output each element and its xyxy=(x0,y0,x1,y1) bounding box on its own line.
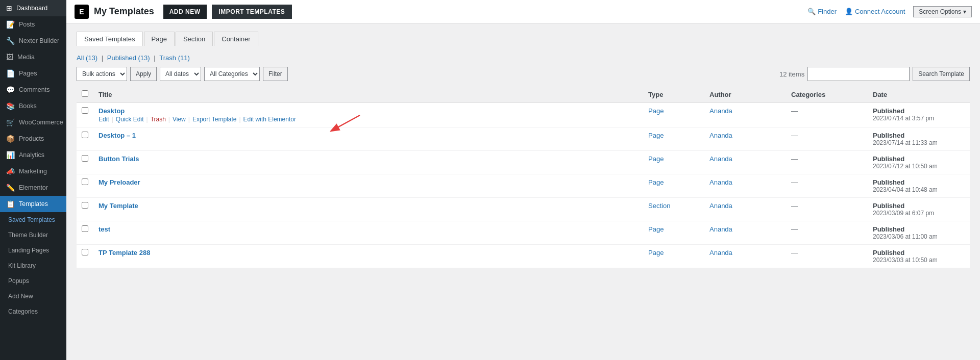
filter-published-link[interactable]: Published (13) xyxy=(107,54,150,62)
col-header-date[interactable]: Date xyxy=(868,86,970,103)
template-author-link[interactable]: Ananda xyxy=(709,155,732,163)
row-checkbox[interactable] xyxy=(82,202,88,209)
screen-options-button[interactable]: Screen Options ▾ xyxy=(913,6,972,17)
template-title-link[interactable]: My Template xyxy=(99,202,138,210)
template-title-link[interactable]: Desktop xyxy=(99,107,125,115)
row-action-edit-with-elementor[interactable]: Edit with Elementor xyxy=(243,116,296,123)
sidebar-subitem-popups[interactable]: Popups xyxy=(0,273,66,289)
connect-account-link[interactable]: 👤 Connect Account xyxy=(845,8,905,15)
template-title-link[interactable]: TP Template 288 xyxy=(99,249,150,256)
sidebar-item-books[interactable]: 📚 Books xyxy=(0,98,66,114)
col-header-author[interactable]: Author xyxy=(704,86,786,103)
table-row: My TemplateSectionAnanda—Published2023/0… xyxy=(77,198,970,221)
categories-filter-select[interactable]: All Categories xyxy=(204,67,260,81)
sidebar-subitem-theme-builder[interactable]: Theme Builder xyxy=(0,227,66,243)
sidebar-item-media[interactable]: 🖼 Media xyxy=(0,49,66,65)
template-type-link[interactable]: Page xyxy=(648,178,664,186)
template-author-link[interactable]: Ananda xyxy=(709,249,732,256)
template-title-link[interactable]: Desktop – 1 xyxy=(99,132,136,139)
template-type-link[interactable]: Page xyxy=(648,132,664,139)
sidebar: ⊞ Dashboard 📝 Posts 🔧 Nexter Builder 🖼 M… xyxy=(0,0,66,360)
col-header-categories[interactable]: Categories xyxy=(786,86,868,103)
sidebar-subitem-landing-pages[interactable]: Landing Pages xyxy=(0,243,66,258)
apply-button[interactable]: Apply xyxy=(130,67,157,81)
template-type-link[interactable]: Page xyxy=(648,249,664,256)
sidebar-item-marketing[interactable]: 📣 Marketing xyxy=(0,163,66,179)
sidebar-subitem-label: Saved Templates xyxy=(8,216,55,223)
sidebar-item-posts[interactable]: 📝 Posts xyxy=(0,16,66,33)
topbar-right: 🔍 Finder 👤 Connect Account Screen Option… xyxy=(807,6,972,17)
row-action-trash[interactable]: Trash xyxy=(151,116,166,123)
row-action-export-template[interactable]: Export Template xyxy=(192,116,237,123)
template-author-link[interactable]: Ananda xyxy=(709,178,732,186)
row-checkbox[interactable] xyxy=(82,132,88,138)
tab-saved-templates[interactable]: Saved Templates xyxy=(77,32,143,46)
template-categories: — xyxy=(791,202,798,210)
sidebar-item-elementor[interactable]: ✏️ Elementor xyxy=(0,179,66,196)
sidebar-item-products[interactable]: 📦 Products xyxy=(0,131,66,147)
row-checkbox[interactable] xyxy=(82,107,88,114)
template-author-link[interactable]: Ananda xyxy=(709,107,732,115)
template-type-link[interactable]: Section xyxy=(648,202,670,210)
finder-link[interactable]: 🔍 Finder xyxy=(807,8,837,15)
add-new-button[interactable]: ADD NEW xyxy=(163,5,207,19)
sidebar-item-templates[interactable]: 📋 Templates xyxy=(0,196,66,212)
sidebar-subitem-add-new[interactable]: Add New xyxy=(0,289,66,304)
sidebar-item-woocommerce[interactable]: 🛒 WooCommerce xyxy=(0,114,66,131)
col-header-title[interactable]: Title xyxy=(93,86,643,103)
row-action-quick-edit[interactable]: Quick Edit xyxy=(116,116,144,123)
import-templates-button[interactable]: IMPORT TEMPLATES xyxy=(212,5,292,19)
col-header-cb xyxy=(77,86,93,103)
template-categories: — xyxy=(791,178,798,186)
template-author-link[interactable]: Ananda xyxy=(709,132,732,139)
table-row: Desktop – 1PageAnanda—Published2023/07/1… xyxy=(77,127,970,151)
sidebar-item-nexter-builder[interactable]: 🔧 Nexter Builder xyxy=(0,33,66,49)
nexter-icon: 🔧 xyxy=(6,37,15,45)
table-row: Button TrialsPageAnanda—Published2023/07… xyxy=(77,151,970,174)
row-checkbox[interactable] xyxy=(82,178,88,185)
tab-page[interactable]: Page xyxy=(144,32,175,46)
search-input[interactable] xyxy=(807,67,910,81)
sidebar-item-dashboard[interactable]: ⊞ Dashboard xyxy=(0,0,66,16)
sidebar-item-comments[interactable]: 💬 Comments xyxy=(0,82,66,98)
row-actions: Edit | Quick Edit | Trash | View | Expor… xyxy=(99,116,638,123)
template-type-link[interactable]: Page xyxy=(648,225,664,233)
col-header-type[interactable]: Type xyxy=(643,86,704,103)
table-row: testPageAnanda—Published2023/03/06 at 11… xyxy=(77,221,970,245)
sidebar-subitem-categories[interactable]: Categories xyxy=(0,304,66,319)
filter-all-link[interactable]: All (13) xyxy=(77,54,97,62)
template-title-link[interactable]: Button Trials xyxy=(99,155,139,163)
template-title-link[interactable]: My Preloader xyxy=(99,178,140,186)
filter-trash-link[interactable]: Trash (11) xyxy=(159,54,189,62)
template-title-link[interactable]: test xyxy=(99,225,110,233)
bulk-actions-select[interactable]: Bulk actions xyxy=(77,67,127,81)
pages-icon: 📄 xyxy=(6,69,15,78)
sidebar-item-label: Templates xyxy=(19,200,48,208)
tab-section[interactable]: Section xyxy=(176,32,213,46)
row-checkbox[interactable] xyxy=(82,225,88,232)
template-categories: — xyxy=(791,107,798,115)
sidebar-subitem-kit-library[interactable]: Kit Library xyxy=(0,258,66,273)
template-date-value: 2023/07/14 at 3:57 pm xyxy=(873,115,965,122)
search-template-button[interactable]: Search Template xyxy=(913,67,970,81)
dates-filter-select[interactable]: All dates xyxy=(160,67,201,81)
select-all-checkbox[interactable] xyxy=(82,90,88,97)
row-checkbox[interactable] xyxy=(82,155,88,162)
sidebar-subitem-label: Categories xyxy=(8,308,38,315)
row-action-edit[interactable]: Edit xyxy=(99,116,109,123)
filter-button[interactable]: Filter xyxy=(263,67,288,81)
template-author-link[interactable]: Ananda xyxy=(709,225,732,233)
template-author-link[interactable]: Ananda xyxy=(709,202,732,210)
sidebar-subitem-saved-templates[interactable]: Saved Templates xyxy=(0,212,66,227)
sidebar-item-analytics[interactable]: 📊 Analytics xyxy=(0,147,66,163)
marketing-icon: 📣 xyxy=(6,167,15,175)
template-type-link[interactable]: Page xyxy=(648,155,664,163)
tab-container[interactable]: Container xyxy=(214,32,258,46)
row-checkbox[interactable] xyxy=(82,249,88,255)
filter-links: All (13) | Published (13) | Trash (11) xyxy=(77,54,970,62)
sidebar-item-pages[interactable]: 📄 Pages xyxy=(0,65,66,82)
sidebar-item-label: Nexter Builder xyxy=(19,37,59,44)
user-icon: 👤 xyxy=(845,8,853,15)
row-action-view[interactable]: View xyxy=(173,116,186,123)
template-type-link[interactable]: Page xyxy=(648,107,664,115)
